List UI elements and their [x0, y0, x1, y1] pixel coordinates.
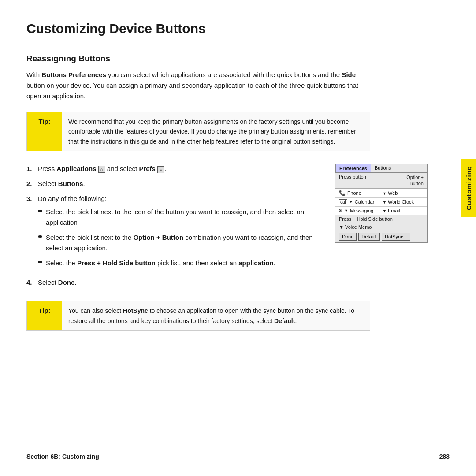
step-4-bold-done: Done: [58, 279, 75, 286]
prefs-done-button[interactable]: Done: [339, 233, 357, 241]
col-header-left: Press button: [339, 174, 366, 187]
substep-2-text: Select the pick list next to the Option …: [46, 232, 322, 253]
prefs-widget-image: Preferences Buttons Press button Option+…: [335, 164, 432, 292]
prefs-default-button[interactable]: Default: [358, 233, 380, 241]
intro-bold-side: Side: [342, 71, 356, 78]
prefs-col-headers: Press button Option+ Button: [335, 173, 427, 189]
step-2: 2. Select Buttons.: [26, 178, 322, 189]
prefs-row-calendar-left: cal ▼ Calendar: [339, 199, 380, 205]
prefs-icon: ≡: [157, 166, 164, 173]
step-3-num: 3.: [26, 193, 35, 273]
prefs-messaging-label: Messaging: [350, 208, 373, 213]
tip-box-2: Tip: You can also select HotSync to choo…: [26, 301, 370, 331]
calendar-icon: cal: [339, 199, 347, 205]
messaging-right-arrow: ▼: [383, 209, 387, 213]
step-3: 3. Do any of the following: Select the p…: [26, 193, 322, 273]
side-tab: Customizing: [461, 159, 476, 217]
prefs-row-phone-left: 📞 Phone: [339, 190, 380, 196]
tip2-bold-default: Default: [274, 317, 295, 324]
phone-right-arrow: ▼: [383, 191, 387, 196]
calendar-left-arrow[interactable]: ▼: [349, 200, 353, 204]
phone-icon: 📞: [339, 190, 346, 196]
step-4: 4. Select Done.: [26, 277, 322, 288]
substep-3-bold-app: application: [238, 259, 273, 267]
tip-content-2: You can also select HotSync to choose an…: [62, 301, 370, 330]
prefs-tab-preferences[interactable]: Preferences: [335, 164, 371, 172]
messaging-left-arrow[interactable]: ▼: [344, 208, 348, 213]
substep-3-text: Select the Press + Hold Side button pick…: [46, 258, 275, 268]
page-title: Customizing Device Buttons: [26, 21, 432, 36]
prefs-action-buttons: Done Default HotSync...: [335, 231, 427, 242]
step-1: 1. Press Applications ⌂ and select Prefs…: [26, 164, 322, 174]
substep-1-text: Select the pick list next to the icon of…: [46, 207, 322, 228]
step-2-text: Select Buttons.: [38, 178, 322, 189]
messaging-icon: ✉: [339, 208, 342, 213]
prefs-calendar-label: Calendar: [355, 199, 375, 205]
substep-3: Select the Press + Hold Side button pick…: [38, 258, 322, 268]
prefs-row-calendar-right[interactable]: ▼ World Clock: [380, 199, 424, 205]
substep-bullet-2: [38, 235, 42, 238]
intro-paragraph: With Buttons Preferences you can select …: [26, 70, 370, 101]
substep-3-bold-press: Press + Hold Side button: [77, 259, 156, 267]
prefs-row-phone-right[interactable]: ▼ Web: [380, 190, 424, 196]
step-1-text: Press Applications ⌂ and select Prefs ≡.: [38, 164, 322, 174]
substep-2: Select the pick list next to the Option …: [38, 232, 322, 253]
substep-bullet-1: [38, 210, 42, 212]
footer-section-label: Section 6B: Customizing: [26, 453, 99, 460]
prefs-row-messaging-right[interactable]: ▼ Email: [380, 208, 424, 213]
prefs-widget: Preferences Buttons Press button Option+…: [335, 164, 428, 243]
prefs-phone-label: Phone: [347, 190, 361, 196]
page-footer: Section 6B: Customizing 283: [26, 453, 450, 460]
prefs-press-hold-label: Press + Hold Side button: [335, 215, 427, 223]
footer-page-number: 283: [439, 453, 450, 460]
tip2-bold-hotsync: HotSync: [123, 307, 148, 314]
tip-content-1: We recommend that you keep the primary b…: [62, 112, 370, 151]
steps-list: 1. Press Applications ⌂ and select Prefs…: [26, 164, 322, 288]
title-rule: [26, 41, 432, 41]
col-header-right: Option+ Button: [406, 174, 424, 187]
prefs-row-calendar: cal ▼ Calendar ▼ World Clock: [335, 198, 427, 207]
substep-bullet-3: [38, 261, 42, 263]
prefs-row-phone: 📞 Phone ▼ Web: [335, 189, 427, 198]
intro-bold-buttons-preferences: Buttons Preferences: [41, 71, 106, 78]
step-1-bold-prefs: Prefs: [139, 165, 156, 172]
prefs-row-messaging: ✉ ▼ Messaging ▼ Email: [335, 207, 427, 215]
prefs-hotsync-button[interactable]: HotSync...: [382, 233, 410, 241]
substep-1: Select the pick list next to the icon of…: [38, 207, 322, 228]
prefs-row-messaging-left: ✉ ▼ Messaging: [339, 208, 380, 213]
prefs-tab-buttons[interactable]: Buttons: [371, 164, 394, 172]
steps-column: 1. Press Applications ⌂ and select Prefs…: [26, 164, 322, 292]
section-heading: Reassigning Buttons: [26, 54, 432, 63]
tip-label-2: Tip:: [27, 301, 62, 330]
step-1-num: 1.: [26, 164, 35, 174]
prefs-voice-memo[interactable]: ▼ Voice Memo: [335, 223, 427, 231]
tip-box-1: Tip: We recommend that you keep the prim…: [26, 112, 370, 151]
prefs-widget-header: Preferences Buttons: [335, 164, 427, 173]
tip-label-1: Tip:: [27, 112, 62, 151]
step-4-text: Select Done.: [38, 277, 322, 288]
step-1-bold-applications: Applications: [57, 165, 97, 172]
substeps-list: Select the pick list next to the icon of…: [38, 207, 322, 268]
applications-icon: ⌂: [98, 166, 105, 173]
steps-and-image: 1. Press Applications ⌂ and select Prefs…: [26, 164, 432, 292]
step-4-num: 4.: [26, 277, 35, 288]
substep-2-bold: Option + Button: [133, 234, 183, 241]
step-2-num: 2.: [26, 178, 35, 189]
step-3-text: Do any of the following: Select the pick…: [38, 193, 322, 273]
step-2-bold-buttons: Buttons: [58, 180, 83, 187]
calendar-right-arrow: ▼: [383, 200, 387, 205]
